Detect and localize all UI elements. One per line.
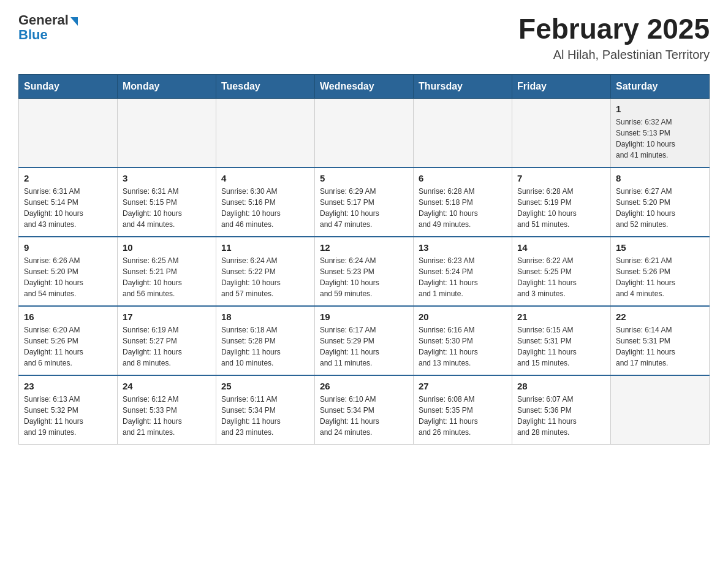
- day-info: Sunrise: 6:15 AM Sunset: 5:31 PM Dayligh…: [517, 324, 605, 369]
- calendar-cell: 4Sunrise: 6:30 AM Sunset: 5:16 PM Daylig…: [216, 167, 315, 237]
- weekday-header-tuesday: Tuesday: [216, 75, 315, 99]
- day-number: 9: [24, 242, 112, 253]
- calendar-cell: [611, 375, 710, 445]
- day-info: Sunrise: 6:31 AM Sunset: 5:14 PM Dayligh…: [24, 186, 112, 230]
- logo: General Blue: [18, 12, 78, 43]
- calendar-week-1: 1Sunrise: 6:32 AM Sunset: 5:13 PM Daylig…: [19, 99, 710, 168]
- day-number: 24: [123, 381, 211, 391]
- calendar-cell: 8Sunrise: 6:27 AM Sunset: 5:20 PM Daylig…: [611, 167, 710, 237]
- weekday-header-sunday: Sunday: [19, 75, 118, 99]
- calendar-cell: 3Sunrise: 6:31 AM Sunset: 5:15 PM Daylig…: [118, 167, 216, 237]
- day-number: 7: [517, 173, 605, 183]
- day-info: Sunrise: 6:28 AM Sunset: 5:18 PM Dayligh…: [419, 186, 507, 230]
- calendar-cell: 21Sunrise: 6:15 AM Sunset: 5:31 PM Dayli…: [512, 306, 611, 375]
- logo-blue-text: Blue: [18, 27, 48, 43]
- calendar-cell: 5Sunrise: 6:29 AM Sunset: 5:17 PM Daylig…: [315, 167, 414, 237]
- day-number: 15: [616, 242, 704, 253]
- day-number: 21: [517, 312, 605, 322]
- day-info: Sunrise: 6:19 AM Sunset: 5:27 PM Dayligh…: [123, 324, 211, 369]
- day-info: Sunrise: 6:20 AM Sunset: 5:26 PM Dayligh…: [24, 324, 112, 369]
- calendar-cell: 13Sunrise: 6:23 AM Sunset: 5:24 PM Dayli…: [414, 237, 512, 306]
- day-number: 13: [419, 242, 507, 253]
- calendar-cell: 19Sunrise: 6:17 AM Sunset: 5:29 PM Dayli…: [315, 306, 414, 375]
- weekday-header-saturday: Saturday: [611, 75, 710, 99]
- calendar-cell: 26Sunrise: 6:10 AM Sunset: 5:34 PM Dayli…: [315, 375, 414, 445]
- day-info: Sunrise: 6:25 AM Sunset: 5:21 PM Dayligh…: [123, 255, 211, 299]
- day-number: 18: [221, 312, 309, 322]
- day-info: Sunrise: 6:30 AM Sunset: 5:16 PM Dayligh…: [221, 186, 309, 230]
- logo-general-text: General: [18, 12, 69, 28]
- calendar-cell: 17Sunrise: 6:19 AM Sunset: 5:27 PM Dayli…: [118, 306, 216, 375]
- day-info: Sunrise: 6:32 AM Sunset: 5:13 PM Dayligh…: [616, 117, 704, 161]
- day-info: Sunrise: 6:23 AM Sunset: 5:24 PM Dayligh…: [419, 255, 507, 299]
- day-number: 26: [320, 381, 408, 391]
- day-info: Sunrise: 6:17 AM Sunset: 5:29 PM Dayligh…: [320, 324, 408, 369]
- calendar-cell: 23Sunrise: 6:13 AM Sunset: 5:32 PM Dayli…: [19, 375, 118, 445]
- calendar-cell: 2Sunrise: 6:31 AM Sunset: 5:14 PM Daylig…: [19, 167, 118, 237]
- weekday-header-monday: Monday: [118, 75, 216, 99]
- day-number: 17: [123, 312, 211, 322]
- weekday-header-wednesday: Wednesday: [315, 75, 414, 99]
- calendar-week-5: 23Sunrise: 6:13 AM Sunset: 5:32 PM Dayli…: [19, 375, 710, 445]
- calendar-cell: 27Sunrise: 6:08 AM Sunset: 5:35 PM Dayli…: [414, 375, 512, 445]
- day-info: Sunrise: 6:12 AM Sunset: 5:33 PM Dayligh…: [123, 394, 211, 438]
- logo-arrow-icon: [70, 17, 78, 26]
- weekday-header-thursday: Thursday: [414, 75, 512, 99]
- day-number: 11: [221, 242, 309, 253]
- day-info: Sunrise: 6:14 AM Sunset: 5:31 PM Dayligh…: [616, 324, 704, 369]
- calendar-cell: [315, 99, 414, 168]
- calendar-week-2: 2Sunrise: 6:31 AM Sunset: 5:14 PM Daylig…: [19, 167, 710, 237]
- day-number: 28: [517, 381, 605, 391]
- day-number: 14: [517, 242, 605, 253]
- calendar-cell: 16Sunrise: 6:20 AM Sunset: 5:26 PM Dayli…: [19, 306, 118, 375]
- day-info: Sunrise: 6:31 AM Sunset: 5:15 PM Dayligh…: [123, 186, 211, 230]
- calendar-week-3: 9Sunrise: 6:26 AM Sunset: 5:20 PM Daylig…: [19, 237, 710, 306]
- calendar-cell: 20Sunrise: 6:16 AM Sunset: 5:30 PM Dayli…: [414, 306, 512, 375]
- calendar-cell: 15Sunrise: 6:21 AM Sunset: 5:26 PM Dayli…: [611, 237, 710, 306]
- title-section: February 2025 Al Hilah, Palestinian Terr…: [518, 12, 710, 62]
- calendar-cell: [216, 99, 315, 168]
- calendar-cell: 22Sunrise: 6:14 AM Sunset: 5:31 PM Dayli…: [611, 306, 710, 375]
- main-title: February 2025: [518, 12, 710, 45]
- day-number: 6: [419, 173, 507, 183]
- day-number: 16: [24, 312, 112, 322]
- day-number: 3: [123, 173, 211, 183]
- day-number: 25: [221, 381, 309, 391]
- calendar-cell: 28Sunrise: 6:07 AM Sunset: 5:36 PM Dayli…: [512, 375, 611, 445]
- calendar-cell: [19, 99, 118, 168]
- day-info: Sunrise: 6:07 AM Sunset: 5:36 PM Dayligh…: [517, 394, 605, 438]
- day-info: Sunrise: 6:21 AM Sunset: 5:26 PM Dayligh…: [616, 255, 704, 299]
- day-number: 1: [616, 104, 704, 114]
- day-number: 19: [320, 312, 408, 322]
- day-number: 5: [320, 173, 408, 183]
- calendar-cell: [118, 99, 216, 168]
- calendar-cell: 6Sunrise: 6:28 AM Sunset: 5:18 PM Daylig…: [414, 167, 512, 237]
- day-number: 2: [24, 173, 112, 183]
- day-number: 10: [123, 242, 211, 253]
- day-info: Sunrise: 6:29 AM Sunset: 5:17 PM Dayligh…: [320, 186, 408, 230]
- day-number: 23: [24, 381, 112, 391]
- day-info: Sunrise: 6:27 AM Sunset: 5:20 PM Dayligh…: [616, 186, 704, 230]
- day-info: Sunrise: 6:24 AM Sunset: 5:22 PM Dayligh…: [221, 255, 309, 299]
- day-number: 20: [419, 312, 507, 322]
- calendar-cell: 18Sunrise: 6:18 AM Sunset: 5:28 PM Dayli…: [216, 306, 315, 375]
- day-info: Sunrise: 6:10 AM Sunset: 5:34 PM Dayligh…: [320, 394, 408, 438]
- calendar-table: SundayMondayTuesdayWednesdayThursdayFrid…: [18, 74, 710, 445]
- day-info: Sunrise: 6:16 AM Sunset: 5:30 PM Dayligh…: [419, 324, 507, 369]
- day-info: Sunrise: 6:08 AM Sunset: 5:35 PM Dayligh…: [419, 394, 507, 438]
- page-header: General Blue February 2025 Al Hilah, Pal…: [18, 12, 710, 62]
- calendar-cell: [414, 99, 512, 168]
- calendar-cell: 1Sunrise: 6:32 AM Sunset: 5:13 PM Daylig…: [611, 99, 710, 168]
- day-number: 22: [616, 312, 704, 322]
- calendar-cell: 11Sunrise: 6:24 AM Sunset: 5:22 PM Dayli…: [216, 237, 315, 306]
- subtitle: Al Hilah, Palestinian Territory: [518, 48, 710, 62]
- day-info: Sunrise: 6:24 AM Sunset: 5:23 PM Dayligh…: [320, 255, 408, 299]
- calendar-cell: [512, 99, 611, 168]
- day-info: Sunrise: 6:11 AM Sunset: 5:34 PM Dayligh…: [221, 394, 309, 438]
- day-info: Sunrise: 6:26 AM Sunset: 5:20 PM Dayligh…: [24, 255, 112, 299]
- calendar-cell: 10Sunrise: 6:25 AM Sunset: 5:21 PM Dayli…: [118, 237, 216, 306]
- day-info: Sunrise: 6:13 AM Sunset: 5:32 PM Dayligh…: [24, 394, 112, 438]
- calendar-cell: 14Sunrise: 6:22 AM Sunset: 5:25 PM Dayli…: [512, 237, 611, 306]
- day-number: 4: [221, 173, 309, 183]
- calendar-week-4: 16Sunrise: 6:20 AM Sunset: 5:26 PM Dayli…: [19, 306, 710, 375]
